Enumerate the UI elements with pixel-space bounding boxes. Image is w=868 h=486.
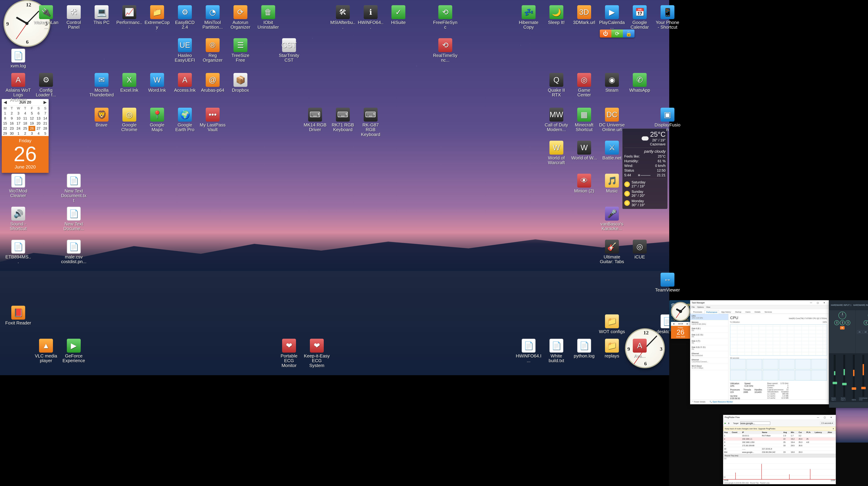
desktop-icon[interactable]: 👁Minion (2) [571, 174, 597, 193]
tab[interactable]: Processes [691, 310, 704, 314]
desktop-icon[interactable]: ⟲FreeFileSync [432, 5, 458, 30]
maximize-button[interactable]: ▢ [814, 301, 821, 304]
desktop-icon[interactable]: ◉Steam [599, 73, 625, 93]
desktop-icon[interactable]: ☰TreeSize Free [227, 38, 253, 63]
desktop-icon[interactable]: 🎸Ultimate Guitar: Tabs [599, 240, 625, 264]
desktop-icon[interactable]: ✓HiSuite [385, 5, 411, 25]
desktop-icon[interactable]: ⚙Config Loader f... [33, 73, 59, 97]
desktop-icon[interactable]: AAslains WoT Logs Archiver [5, 73, 31, 102]
pingplotter-window[interactable]: PingPlotter Free ―▢✕ ▶ ⏸ Target 2.5 seco… [723, 415, 836, 484]
desktop-icon[interactable]: 📄male.csv costdist.pn... [61, 240, 87, 264]
eq-knob[interactable] [840, 320, 845, 325]
hop-row[interactable]: 654www.google...216.58.204.1422318.020.3 [723, 451, 836, 454]
fader-strip[interactable]: VBAN [850, 355, 857, 401]
input-panel-2[interactable]: 1.8 A1A2A3B1B2 [856, 310, 868, 353]
desktop-icon[interactable]: ▶GeForce Experience [61, 339, 87, 363]
desktop-icon[interactable]: 📄python.log [571, 339, 597, 358]
desktop-icon[interactable]: ®Reg Organizer [199, 38, 226, 63]
bus-button[interactable]: A1 [857, 330, 862, 334]
desktop-icon[interactable]: 📄White build.txt [544, 339, 569, 363]
desktop-icon[interactable]: 📍Google Maps [144, 108, 170, 132]
fader-track[interactable] [834, 376, 836, 397]
desktop-icon[interactable]: ⚔Battle.net [599, 141, 625, 160]
hop-row[interactable]: 10......217.22.61.4 [723, 447, 836, 451]
col-header[interactable]: Name [761, 431, 782, 434]
menu-item[interactable]: View [706, 306, 710, 308]
fader-strip[interactable]: Stereo Input 2 [841, 355, 848, 401]
perf-side-item[interactable]: CPU10% 4.16 GHz [690, 314, 728, 320]
desktop-icon[interactable]: ⌨MK14 RGB Driver [302, 108, 328, 132]
desktop-icon[interactable]: 🗑IObit Uninstaller [255, 5, 281, 30]
desktop-icon[interactable]: ⟳Autorun Organizer [227, 5, 253, 30]
desktop-icon[interactable]: 🎵Music [599, 174, 625, 193]
col-header[interactable]: Jitter [827, 431, 836, 434]
desktop-icon[interactable]: ▣DisplayFusion [654, 108, 681, 132]
mute-button[interactable]: M [840, 326, 844, 330]
maximize-button[interactable]: ▢ [822, 416, 828, 419]
desktop-icon[interactable]: ↔TeamViewer [654, 273, 681, 292]
col-header[interactable]: Cur [798, 431, 806, 434]
desktop-icon[interactable]: 🔊Sound - Shortcut [5, 207, 31, 231]
desktop-icon[interactable]: 🌙Sleep It! [544, 5, 569, 25]
desktop-icon[interactable]: 🛠Control Panel [61, 5, 87, 30]
fader-track[interactable] [863, 376, 864, 397]
desktop-icon[interactable]: 🛠MSIAfterbu... [330, 5, 356, 30]
desktop-icon[interactable]: 🎤vanBasco's Karaoke... [599, 207, 625, 231]
desktop-icon[interactable]: QQuake II RTX [544, 73, 569, 97]
perf-side-item[interactable]: Disk 3 (G: F: O:)0% [690, 345, 728, 352]
titlebar[interactable]: Task Manager ― ▢ ✕ [690, 300, 829, 305]
desktop-icon[interactable]: 📄ETB894MS... [5, 240, 31, 264]
analog-clock-gadget-mon2[interactable] [671, 302, 690, 321]
desktop-icon[interactable]: WWord.lnk [144, 73, 170, 93]
desktop-icon[interactable]: ℹHWiNFO64... [358, 5, 384, 30]
desktop-icon[interactable]: ⌨RK-G87 RGB Keyboard [358, 108, 384, 137]
desktop-icon[interactable]: WWorld of Warcraft [544, 141, 569, 165]
desktop-icon[interactable]: AAva... [627, 339, 653, 358]
desktop-icon[interactable]: UEHasleo EasyUEFI [172, 38, 198, 63]
desktop-icon[interactable]: 🦁Brave [89, 108, 115, 127]
desktop-icon[interactable]: ▦Minecraft Shortcut [571, 108, 597, 132]
col-header[interactable]: Latency [814, 431, 827, 434]
desktop-icon[interactable]: XExcel.lnk [116, 73, 142, 93]
minimize-button[interactable]: ― [815, 416, 821, 419]
desktop-icon[interactable]: •••My LastPass Vault [199, 108, 226, 132]
desktop-icon[interactable]: 💤Hibernate Copy [516, 5, 541, 30]
desktop-icon[interactable]: ✉Mozilla Thunderbird [89, 73, 115, 97]
desktop-icon[interactable]: 📅Google Calendar [627, 5, 653, 30]
tab[interactable]: Performance [704, 310, 719, 314]
desktop-icon[interactable]: 📄New Text Docume... [61, 207, 87, 231]
tab[interactable]: Details [753, 310, 763, 314]
col-header[interactable]: Avg [782, 431, 790, 434]
col-header[interactable]: PL% [806, 431, 814, 434]
desktop-icon[interactable]: ⚙EasyBCD 2.4 [172, 5, 198, 30]
col-header[interactable]: Hop [723, 431, 731, 434]
tab[interactable]: Users [744, 310, 752, 314]
hop-row[interactable]: 2192.168.1.12219.220.425 [723, 437, 836, 441]
perf-side-item[interactable]: EthernetLocal Area Connect... [690, 358, 728, 364]
col-header[interactable]: Count [731, 431, 741, 434]
close-button[interactable]: ✕ [828, 416, 834, 419]
fader-track[interactable] [853, 377, 855, 398]
desktop-icon[interactable]: AAccess.lnk [172, 73, 198, 93]
desktop-icon[interactable]: ◎iCUE [627, 240, 653, 259]
eq-knob[interactable] [845, 320, 850, 325]
input-panel-1[interactable]: M [829, 310, 856, 353]
hop-row[interactable]: 3192.168.1.2532519.425.34.8 [723, 441, 836, 444]
hop-row[interactable]: 110.0.0.1RUT-Main2.31.73.2 [723, 434, 836, 437]
desktop-icon[interactable]: 📦Dropbox [227, 73, 253, 93]
desktop-icon[interactable]: ❤Keep-it-Easy ECG System [304, 339, 330, 368]
open-resmon-link[interactable]: 🔍 Open Resource Monitor [710, 401, 733, 403]
perf-side-item[interactable]: EthernetNot connected [690, 352, 728, 358]
desktop-icon[interactable]: 📄HWiNFO64.I... [516, 339, 541, 363]
voicemeeter-window[interactable]: HARDWARE INPUT 1 HARDWARE INPUT 2 VIRTUA… [829, 300, 868, 408]
fader-strip[interactable]: Stereo Input 1 [831, 355, 838, 401]
desktop-icon[interactable]: ❤Portable ECG Monitor [276, 339, 302, 368]
col-header[interactable]: Min [790, 431, 798, 434]
desktop-icon[interactable]: 📄xvm.log [5, 49, 31, 68]
desktop-icon[interactable]: WWorld of W... [571, 141, 597, 160]
desktop-icon[interactable]: 📁ExtremeCopy [144, 5, 170, 30]
eq-knob[interactable] [864, 320, 868, 325]
desktop-icon[interactable]: 🔌WakeOnLan... [33, 5, 59, 30]
desktop-icon[interactable]: ✆WhatsApp [627, 73, 653, 93]
tab[interactable]: App history [719, 310, 733, 314]
